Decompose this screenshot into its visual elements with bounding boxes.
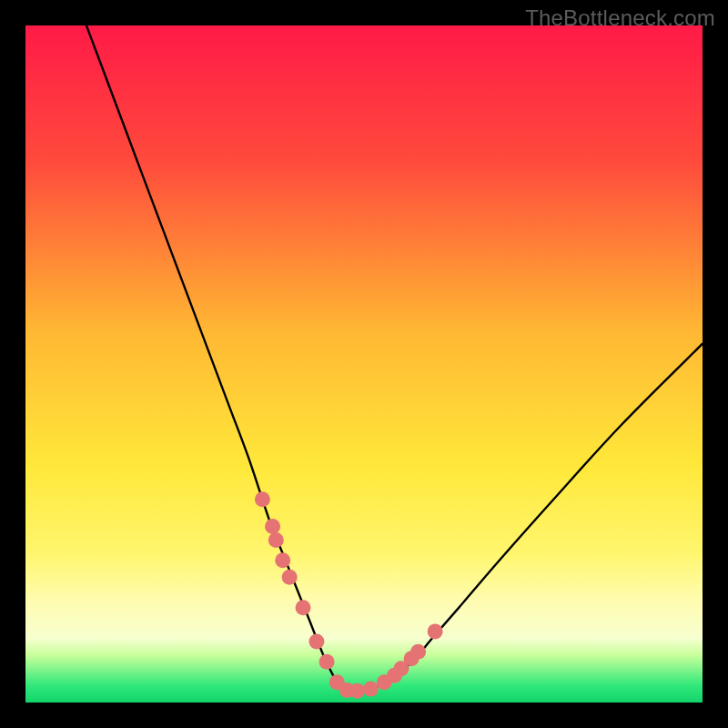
sample-point [265, 519, 280, 534]
sample-point [275, 552, 290, 568]
sample-point [255, 491, 270, 507]
sample-point [410, 644, 426, 660]
chart-frame: TheBottleneck.com [0, 0, 728, 728]
gradient-background [25, 25, 703, 703]
sample-point [308, 634, 324, 650]
sample-point [428, 623, 443, 639]
chart-svg [25, 25, 703, 703]
sample-point [363, 682, 379, 697]
sample-point [268, 532, 284, 548]
sample-point [349, 683, 365, 699]
sample-point [319, 654, 335, 670]
sample-point [296, 600, 311, 615]
sample-point [282, 570, 298, 585]
plot-area [25, 25, 703, 703]
